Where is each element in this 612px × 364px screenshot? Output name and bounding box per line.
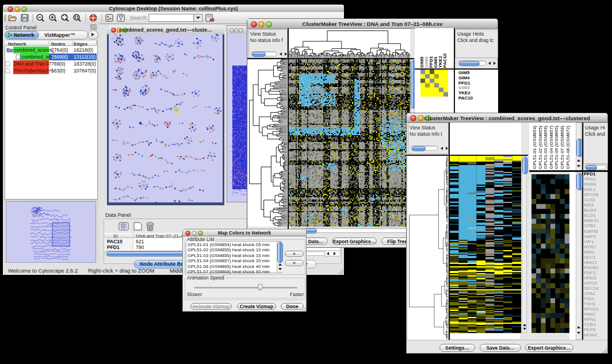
svg-text:Search:: Search: bbox=[130, 15, 148, 21]
